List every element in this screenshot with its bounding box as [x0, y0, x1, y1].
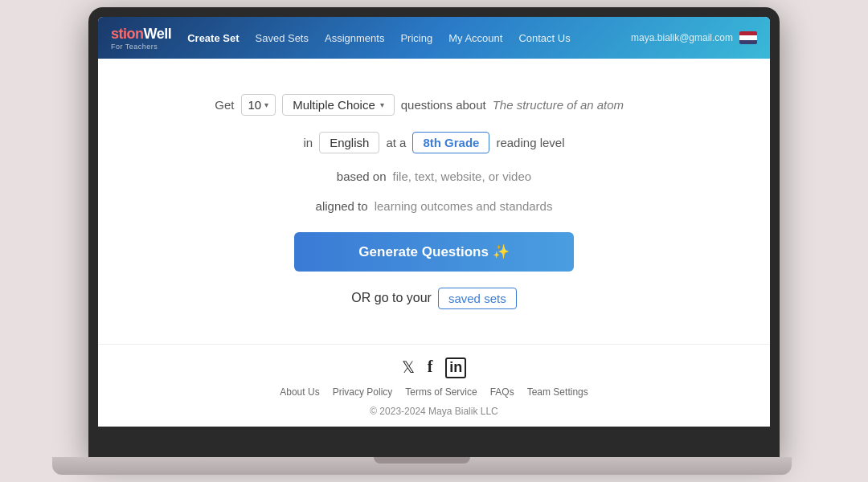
saved-sets-link[interactable]: saved sets — [438, 288, 517, 309]
laptop-frame: stionWell For Teachers Create Set Saved … — [88, 7, 780, 457]
main-content: Get 10 ▾ Multiple Choice ▾ questions abo… — [98, 59, 770, 344]
logo-text: stionWell — [111, 26, 171, 43]
team-settings-link[interactable]: Team Settings — [527, 386, 588, 398]
nav-my-account[interactable]: My Account — [448, 32, 502, 44]
terms-link[interactable]: Terms of Service — [405, 386, 477, 398]
reading-level-label: reading level — [496, 136, 564, 149]
language-value: English — [330, 136, 369, 149]
questions-about-label: questions about — [401, 98, 486, 112]
laptop-base — [52, 457, 792, 475]
grade-value: 8th Grade — [423, 136, 479, 149]
twitter-icon[interactable]: 𝕏 — [402, 357, 415, 378]
count-chevron-icon: ▾ — [264, 100, 268, 109]
question-type-value: Multiple Choice — [293, 98, 375, 112]
generate-button[interactable]: Generate Questions ✨ — [294, 232, 573, 272]
based-on-label: based on — [337, 170, 387, 183]
nav-contact-us[interactable]: Contact Us — [518, 32, 570, 44]
row-aligned-to: aligned to learning outcomes and standar… — [316, 199, 553, 213]
laptop-screen: stionWell For Teachers Create Set Saved … — [98, 17, 770, 427]
logo-subtitle: For Teachers — [111, 43, 171, 51]
user-email: maya.bialik@gmail.com — [631, 32, 733, 43]
get-label: Get — [215, 98, 234, 112]
nav-links: Create Set Saved Sets Assignments Pricin… — [187, 32, 631, 44]
privacy-policy-link[interactable]: Privacy Policy — [333, 386, 393, 398]
topic-input[interactable] — [493, 98, 653, 112]
row-get-questions: Get 10 ▾ Multiple Choice ▾ questions abo… — [215, 94, 653, 116]
logo: stionWell For Teachers — [111, 26, 171, 51]
or-go-label: OR go to your — [351, 291, 432, 305]
footer-links: About Us Privacy Policy Terms of Service… — [280, 386, 588, 398]
faqs-link[interactable]: FAQs — [490, 386, 514, 398]
about-us-link[interactable]: About Us — [280, 386, 319, 398]
question-type-select[interactable]: Multiple Choice ▾ — [282, 94, 395, 116]
count-select[interactable]: 10 ▾ — [241, 94, 276, 116]
row-based-on: based on file, text, website, or video — [337, 170, 531, 183]
nav-right: maya.bialik@gmail.com — [631, 31, 757, 44]
nav-saved-sets[interactable]: Saved Sets — [256, 32, 309, 44]
form-area: Get 10 ▾ Multiple Choice ▾ questions abo… — [114, 94, 754, 309]
linkedin-icon[interactable]: in — [445, 357, 466, 378]
aligned-to-label: aligned to — [316, 199, 368, 213]
row-language-grade: in English at a 8th Grade reading level — [303, 132, 564, 153]
type-chevron-icon: ▾ — [380, 100, 384, 109]
nav-assignments[interactable]: Assignments — [325, 32, 384, 44]
aligned-to-text: learning outcomes and standards — [375, 199, 553, 213]
facebook-icon[interactable]: f — [428, 357, 433, 378]
nav-create-set[interactable]: Create Set — [187, 32, 239, 44]
in-label: in — [303, 136, 313, 149]
laptop-notch — [374, 457, 470, 464]
language-box[interactable]: English — [319, 132, 379, 153]
logo-well: Well — [144, 26, 172, 42]
at-a-label: at a — [386, 136, 406, 149]
grade-box[interactable]: 8th Grade — [412, 132, 489, 153]
flag-icon — [739, 31, 757, 44]
or-row: OR go to your saved sets — [351, 288, 516, 309]
navbar: stionWell For Teachers Create Set Saved … — [98, 17, 770, 59]
based-on-text: file, text, website, or video — [393, 170, 532, 183]
footer: 𝕏 f in About Us Privacy Policy Terms of … — [98, 344, 770, 427]
copyright-text: © 2023-2024 Maya Bialik LLC — [370, 406, 498, 417]
count-value: 10 — [248, 98, 262, 112]
logo-question: stion — [111, 26, 144, 42]
social-icons: 𝕏 f in — [402, 357, 467, 378]
nav-pricing[interactable]: Pricing — [400, 32, 432, 44]
